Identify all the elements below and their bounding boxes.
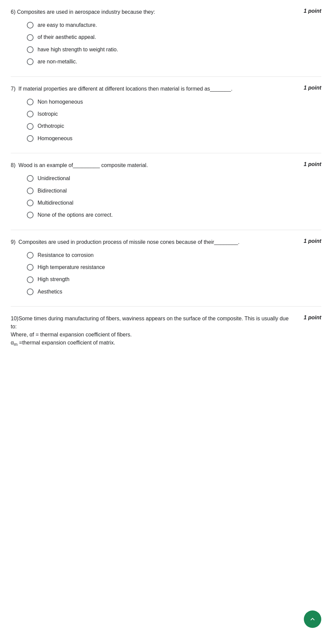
question-8-points: 1 point [298, 161, 321, 167]
question-10-points: 1 point [298, 315, 321, 321]
list-item[interactable]: Multidirectional [27, 199, 321, 207]
question-7-text: 7) If material properties are different … [11, 85, 298, 93]
question-8: 8) Wood is an example of_________ compos… [11, 161, 321, 219]
radio-button[interactable] [27, 22, 34, 29]
list-item[interactable]: High temperature resistance [27, 264, 321, 271]
question-9-options: Resistance to corrosion High temperature… [11, 252, 321, 296]
list-item[interactable]: Non homogeneous [27, 98, 321, 106]
scroll-to-top-button[interactable] [304, 610, 321, 628]
question-9-text: 9) Composites are used in production pro… [11, 238, 298, 246]
list-item[interactable]: are non-metallic. [27, 58, 321, 65]
list-item[interactable]: Homogeneous [27, 135, 321, 142]
list-item[interactable]: Orthotropic [27, 122, 321, 130]
question-8-header: 8) Wood is an example of_________ compos… [11, 161, 321, 169]
question-8-text: 8) Wood is an example of_________ compos… [11, 161, 298, 169]
radio-button[interactable] [27, 252, 34, 259]
option-label: are easy to manufacture. [38, 21, 97, 29]
option-label: Non homogeneous [38, 98, 83, 106]
question-6: 6) Composites are used in aerospace indu… [11, 8, 321, 66]
radio-button[interactable] [27, 58, 34, 65]
radio-button[interactable] [27, 46, 34, 53]
question-7-points: 1 point [298, 85, 321, 91]
radio-button[interactable] [27, 34, 34, 41]
option-label: Bidirectional [38, 187, 67, 195]
radio-button[interactable] [27, 175, 34, 182]
question-7-header: 7) If material properties are different … [11, 85, 321, 93]
question-10-number: 10) [11, 316, 18, 321]
radio-button[interactable] [27, 135, 34, 142]
list-item[interactable]: None of the options are correct. [27, 211, 321, 219]
radio-button[interactable] [27, 111, 34, 117]
radio-button[interactable] [27, 187, 34, 194]
radio-button[interactable] [27, 123, 34, 130]
question-9-points: 1 point [298, 238, 321, 244]
list-item[interactable]: High strength [27, 276, 321, 283]
question-9-header: 9) Composites are used in production pro… [11, 238, 321, 246]
list-item[interactable]: Unidirectional [27, 175, 321, 182]
question-6-points: 1 point [298, 8, 321, 14]
option-label: Orthotropic [38, 122, 64, 130]
radio-button[interactable] [27, 288, 34, 295]
question-6-header: 6) Composites are used in aerospace indu… [11, 8, 321, 16]
question-7: 7) If material properties are different … [11, 85, 321, 143]
question-6-text: 6) Composites are used in aerospace indu… [11, 8, 298, 16]
option-label: Aesthetics [38, 288, 62, 296]
list-item[interactable]: are easy to manufacture. [27, 21, 321, 29]
list-item[interactable]: Isotropic [27, 110, 321, 118]
option-label: None of the options are correct. [38, 211, 113, 219]
option-label: Homogeneous [38, 135, 72, 142]
radio-button[interactable] [27, 200, 34, 206]
radio-button[interactable] [27, 264, 34, 271]
option-label: are non-metallic. [38, 58, 77, 65]
list-item[interactable]: Bidirectional [27, 187, 321, 195]
question-8-options: Unidirectional Bidirectional Multidirect… [11, 175, 321, 219]
list-item[interactable]: of their aesthetic appeal. [27, 34, 321, 41]
radio-button[interactable] [27, 99, 34, 105]
option-label: Multidirectional [38, 199, 73, 207]
list-item[interactable]: have high strength to weight ratio. [27, 46, 321, 53]
option-label: High temperature resistance [38, 264, 105, 271]
list-item[interactable]: Aesthetics [27, 288, 321, 296]
radio-button[interactable] [27, 276, 34, 283]
option-label: of their aesthetic appeal. [38, 34, 96, 41]
option-label: have high strength to weight ratio. [38, 46, 118, 53]
option-label: Isotropic [38, 110, 58, 118]
question-10: 10)Some times during manufacturing of fi… [11, 315, 321, 348]
option-label: High strength [38, 276, 69, 283]
option-label: Unidirectional [38, 175, 70, 182]
question-9: 9) Composites are used in production pro… [11, 238, 321, 296]
question-6-options: are easy to manufacture. of their aesthe… [11, 21, 321, 66]
radio-button[interactable] [27, 212, 34, 218]
option-label: Resistance to corrosion [38, 252, 94, 259]
page-container: 6) Composites are used in aerospace indu… [0, 0, 332, 644]
question-10-text: 10)Some times during manufacturing of fi… [11, 315, 298, 348]
list-item[interactable]: Resistance to corrosion [27, 252, 321, 259]
question-10-header: 10)Some times during manufacturing of fi… [11, 315, 321, 348]
question-7-options: Non homogeneous Isotropic Orthotropic Ho… [11, 98, 321, 143]
chevron-up-icon [309, 615, 317, 623]
question-6-number: 6) [11, 9, 17, 15]
